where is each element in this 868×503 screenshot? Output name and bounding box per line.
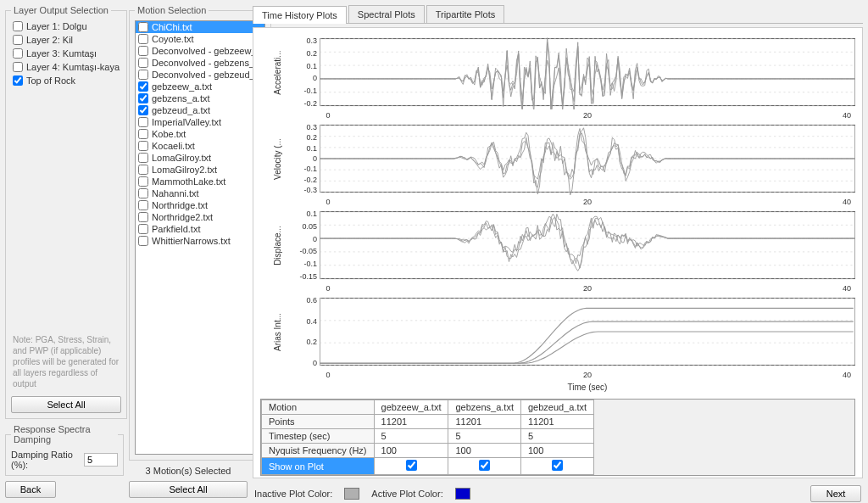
table-cell[interactable] [448,458,521,475]
tab-spectral-plots[interactable]: Spectral Plots [348,5,425,23]
layer-item[interactable]: Layer 4: Kumtaşı-kaya [11,61,121,73]
layer-label: Layer 4: Kumtaşı-kaya [26,62,120,72]
motion-label: MammothLake.txt [152,176,225,187]
motion-checkbox[interactable] [138,129,148,139]
table-row: Points112011120111201 [262,415,594,429]
table-cell[interactable] [374,458,448,475]
table-cell[interactable] [520,458,593,475]
table-cell: 11201 [448,415,521,429]
motion-checkbox[interactable] [138,46,148,56]
damping-label: Damping Ratio (%): [11,450,81,470]
table-header: Motion [262,400,375,415]
motion-item[interactable]: Coyote.txt [136,33,264,45]
motion-label: LomaGilroy2.txt [152,165,217,175]
motion-checkbox[interactable] [138,105,148,115]
plot-row: Arias Int...0.60.40.20 [260,294,855,369]
motion-checkbox[interactable] [138,22,148,32]
table-row-label: Nyquist Frequency (Hz) [262,444,375,458]
table-row: Show on Plot [262,458,594,475]
svg-rect-15 [320,212,855,279]
active-plot-color-swatch[interactable] [455,488,470,500]
motion-checkbox[interactable] [138,117,148,127]
layer-item[interactable]: Top of Rock [11,75,121,87]
layer-checkbox[interactable] [13,35,23,45]
motion-checkbox[interactable] [138,153,148,163]
motion-item[interactable]: Deconvolved - gebzeud_a [136,69,264,81]
layer-checkbox[interactable] [13,75,23,86]
motion-checkbox[interactable] [138,224,148,234]
motion-checkbox[interactable] [138,70,148,80]
motion-checkbox[interactable] [138,200,148,210]
motion-checkbox[interactable] [138,188,148,198]
motion-list[interactable]: ChiChi.txtCoyote.txtDeconvolved - gebzee… [135,20,265,455]
tab-time-history-plots[interactable]: Time History Plots [253,6,347,24]
layer-item[interactable]: Layer 2: Kil [11,34,121,46]
plot-row: Velocity (...0.30.20.10-0.1-0.2-0.3 [260,121,855,196]
layer-label: Layer 1: Dolgu [26,21,87,31]
show-on-plot-checkbox[interactable] [552,460,563,471]
table-row-label: Show on Plot [262,458,375,475]
motion-checkbox[interactable] [138,93,148,103]
layer-checkbox[interactable] [13,62,23,72]
active-plot-color-label: Active Plot Color: [371,489,442,499]
layer-item[interactable]: Layer 3: Kumtaşı [11,48,121,59]
motion-item[interactable]: gebzens_a.txt [136,92,264,104]
show-on-plot-checkbox[interactable] [406,460,417,471]
plot-ylabel: Accelerati... [273,50,282,94]
plot-xticks: 02040 [260,198,855,206]
layer-item[interactable]: Layer 1: Dolgu [11,20,121,32]
motion-item[interactable]: Nahanni.txt [136,187,264,199]
motion-checkbox[interactable] [138,34,148,44]
motion-item[interactable]: LomaGilroy.txt [136,152,264,164]
motion-checkbox[interactable] [138,212,148,222]
motion-item[interactable]: Deconvolved - gebzens_a [136,57,264,69]
layer-label: Layer 3: Kumtaşı [26,48,97,59]
layer-panel-title: Layer Output Selection [11,5,111,15]
table-cell: 5 [374,429,448,444]
motion-item[interactable]: Kocaeli.txt [136,140,264,152]
motion-item[interactable]: ChiChi.txt [136,21,264,33]
motion-data-table: Motiongebzeew_a.txtgebzens_a.txtgebzeud_… [260,399,855,476]
motion-item[interactable]: WhittierNarrows.txt [136,235,264,247]
motion-item[interactable]: Parkfield.txt [136,223,264,235]
layer-checkbox[interactable] [13,21,23,31]
table-cell: 5 [520,429,593,444]
layer-select-all-button[interactable]: Select All [11,396,121,413]
motion-label: LomaGilroy.txt [152,153,211,163]
plot-ylabel: Displace... [273,226,282,265]
damping-ratio-input[interactable] [84,453,118,467]
tab-tripartite-plots[interactable]: Tripartite Plots [426,5,505,23]
motion-item[interactable]: Northridge.txt [136,199,264,211]
motion-checkbox[interactable] [138,176,148,187]
motion-label: gebzens_a.txt [152,93,210,103]
motion-checkbox[interactable] [138,141,148,151]
motion-label: ChiChi.txt [152,22,192,32]
table-row-label: Points [262,415,375,429]
plot-yticks: 0.10.050-0.05-0.1-0.15 [294,208,320,282]
inactive-plot-color-swatch[interactable] [344,488,359,500]
motion-label: gebzeud_a.txt [152,105,210,115]
plot-yticks: 0.30.20.10-0.1-0.2-0.3 [294,121,320,196]
motion-item[interactable]: LomaGilroy2.txt [136,164,264,176]
damping-title: Response Spectra Damping [11,424,118,444]
motion-checkbox[interactable] [138,58,148,68]
motion-checkbox[interactable] [138,81,148,92]
plot-row: Displace...0.10.050-0.05-0.1-0.15 [260,208,855,282]
motion-item[interactable]: Kobe.txt [136,128,264,140]
motion-item[interactable]: gebzeew_a.txt [136,81,264,92]
motion-item[interactable]: MammothLake.txt [136,176,264,187]
motion-item[interactable]: Northridge2.txt [136,211,264,223]
table-header: gebzeew_a.txt [374,400,448,415]
back-button[interactable]: Back [5,481,56,498]
show-on-plot-checkbox[interactable] [479,460,490,471]
layer-checkbox[interactable] [13,48,23,59]
motion-item[interactable]: ImperialValley.txt [136,116,264,128]
motion-checkbox[interactable] [138,165,148,175]
motion-checkbox[interactable] [138,236,148,246]
layer-output-selection-panel: Layer Output Selection Layer 1: DolguLay… [5,5,127,419]
table-cell: 100 [374,444,448,458]
motion-select-all-button[interactable]: Select All [129,481,248,498]
motion-item[interactable]: Deconvolved - gebzeew_a [136,45,264,57]
motion-item[interactable]: gebzeud_a.txt [136,104,264,116]
next-button[interactable]: Next [810,485,861,502]
